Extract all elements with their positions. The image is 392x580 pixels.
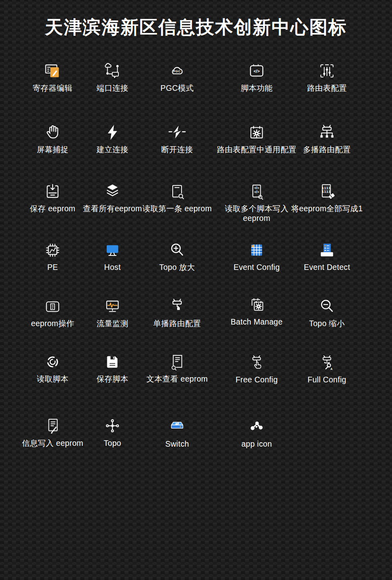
multicast-router-icon — [318, 122, 336, 142]
inbox-doc-icon — [318, 239, 336, 259]
icon-label: 流量监测 — [96, 319, 128, 328]
icon-label: 读取脚本 — [37, 374, 68, 384]
svg-text:A: A — [331, 368, 333, 371]
icon-card: app icon — [212, 416, 301, 449]
icon-label: 端口连接 — [96, 83, 128, 93]
icon-card: 读取第一条 eeprom — [133, 181, 221, 213]
icon-label: PE — [47, 262, 58, 272]
eeprom-card-icon — [43, 296, 62, 316]
icon-label: 屏幕捕捉 — [37, 145, 68, 154]
svg-text:</>: </> — [254, 190, 259, 194]
unicast-router-icon — [168, 296, 186, 316]
svg-text:1111: 1111 — [322, 186, 331, 190]
switch-device-icon — [168, 416, 186, 436]
waveform-monitor-icon — [103, 296, 122, 316]
icon-label: 文本查看 eeprom — [147, 374, 208, 384]
hand-icon — [43, 122, 62, 142]
router-wrench-icon: A — [318, 352, 336, 372]
icon-card: 文本查看 eeprom — [133, 351, 221, 384]
icon-card: 单播路由配置 — [133, 296, 221, 328]
icon-label: Event Config — [233, 262, 280, 272]
icon-label: 断开连接 — [161, 145, 193, 154]
chip-icon — [43, 239, 62, 259]
icon-label: PGC模式 — [161, 83, 194, 93]
icon-label: 寄存器编辑 — [33, 83, 73, 93]
doc-pencil-icon — [43, 415, 62, 435]
batch-calendars-gear-icon — [247, 294, 266, 314]
router-hand-icon — [247, 352, 266, 372]
app-molecule-icon — [247, 416, 266, 436]
icon-label: 将eeprom全部写成1 — [291, 204, 363, 213]
icon-card: 路由表配置 — [283, 60, 371, 93]
monitor-icon — [103, 239, 122, 259]
icon-label: 单播路由配置 — [153, 319, 201, 328]
page-title: 天津滨海新区信息技术创新中心图标 — [0, 15, 392, 39]
script-window-icon: </> — [247, 60, 266, 80]
icon-card: Topo 放大 — [133, 239, 221, 272]
refresh-rings-icon — [43, 351, 62, 371]
icon-card: Switch — [133, 416, 221, 449]
icon-label: Event Detect — [304, 262, 350, 272]
text-doc-search-icon — [168, 351, 186, 371]
doc-search-icon — [168, 181, 186, 201]
port-connection-icon — [103, 60, 122, 80]
icon-label: Switch — [165, 439, 189, 449]
icon-card: 1111 1111 将eeprom全部写成1 — [283, 181, 371, 213]
icon-label: Topo 放大 — [159, 262, 195, 272]
zoom-in-icon — [168, 239, 186, 259]
zoom-out-icon — [318, 296, 336, 316]
icon-label: app icon — [241, 439, 272, 449]
routing-table-sliders-icon — [318, 60, 336, 80]
register-edit-icon — [43, 60, 62, 80]
floppy-icon — [103, 351, 122, 371]
script-doc-search-icon: </> </> — [247, 181, 266, 201]
lightning-icon — [103, 122, 122, 142]
broken-lightning-icon — [168, 122, 186, 142]
icon-label: 路由表配置 — [307, 83, 347, 93]
calendar-gear-icon — [247, 122, 266, 142]
icon-label: Free Config — [235, 375, 278, 384]
icon-label: 保存脚本 — [96, 374, 128, 384]
icon-label: Batch Manage — [231, 317, 282, 327]
icon-card: Topo 缩小 — [283, 296, 371, 328]
icon-label: 读取多个脚本写入 eeprom — [222, 204, 292, 223]
svg-text:</>: </> — [253, 69, 259, 74]
icon-label: Full Config — [308, 375, 347, 384]
icon-label: 建立连接 — [96, 145, 128, 154]
calendar-grid-icon — [247, 239, 266, 259]
icon-label: 多播路由配置 — [303, 145, 351, 154]
icon-label: 读取第一条 eeprom — [143, 204, 212, 213]
pgc-cloud-icon: PGC — [168, 60, 186, 80]
save-box-icon — [43, 181, 62, 201]
icon-card: PGC PGC模式 — [133, 60, 221, 93]
svg-text:1111: 1111 — [322, 190, 331, 194]
doc-eraser-icon: 1111 1111 — [318, 181, 336, 201]
svg-text:</>: </> — [254, 186, 259, 190]
icon-label: eeprom操作 — [31, 319, 74, 328]
svg-text:PGC: PGC — [174, 69, 181, 73]
icon-card: Event Detect — [283, 239, 371, 272]
topology-icon — [103, 415, 122, 435]
icon-card: 断开连接 — [133, 122, 221, 154]
icon-card: A Full Config — [283, 352, 371, 384]
layers-icon — [103, 181, 122, 201]
icon-card: 多播路由配置 — [283, 122, 371, 154]
icon-label: Host — [104, 262, 120, 272]
icon-label: 脚本功能 — [241, 83, 272, 93]
icon-label: Topo 缩小 — [309, 319, 345, 328]
icon-label: Topo — [104, 438, 121, 448]
